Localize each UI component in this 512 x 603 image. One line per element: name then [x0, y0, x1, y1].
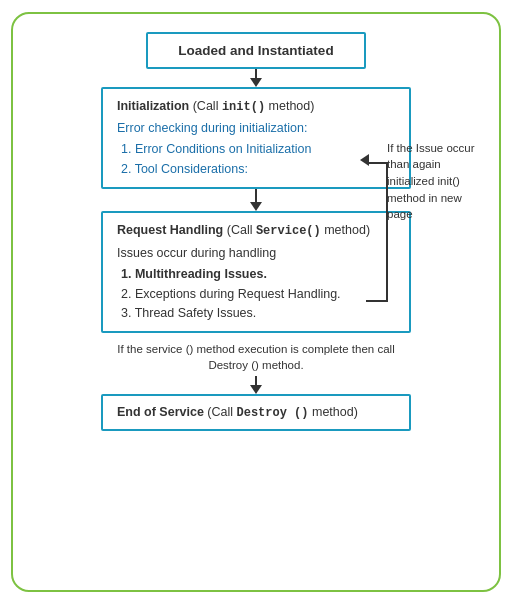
init-title: Initialization: [117, 99, 189, 113]
request-method-suffix: method): [321, 223, 370, 237]
end-box: End of Service (Call Destroy () method): [101, 394, 411, 431]
side-note: If the Issue occur than again initialize…: [387, 140, 477, 223]
end-method: Destroy (): [237, 406, 309, 420]
side-note-text: If the Issue occur than again initialize…: [387, 142, 475, 221]
request-title-suffix: (Call: [223, 223, 256, 237]
request-item-1: 1. Multithreading Issues.: [121, 265, 395, 284]
bottom-note: If the service () method execution is co…: [116, 341, 396, 373]
outer-container: Loaded and Instantiated Initialization (…: [11, 12, 501, 592]
loaded-box: Loaded and Instantiated: [146, 32, 366, 69]
side-arrow-tip: [360, 154, 369, 166]
side-arrow-vertical: [386, 162, 388, 302]
request-method: Service(): [256, 224, 321, 238]
request-box: Request Handling (Call Service() method)…: [101, 211, 411, 333]
init-box: Initialization (Call init() method) Erro…: [101, 87, 411, 190]
end-method-suffix: method): [309, 405, 358, 419]
init-item-1: 1. Error Conditions on Initialization: [121, 140, 395, 159]
init-subtitle: Error checking during initialization:: [117, 119, 395, 138]
request-item-3: 3. Thread Safety Issues.: [121, 304, 395, 323]
request-title: Request Handling: [117, 223, 223, 237]
flow-area: Loaded and Instantiated Initialization (…: [29, 32, 483, 572]
arrow-3: [250, 376, 262, 394]
request-item-2: 2. Exceptions during Request Handling.: [121, 285, 395, 304]
loaded-label: Loaded and Instantiated: [178, 43, 333, 58]
bottom-note-wrapper: If the service () method execution is co…: [116, 341, 396, 373]
arrow-1: [250, 69, 262, 87]
side-arrow-bottom-h: [366, 300, 388, 302]
init-method: init(): [222, 100, 265, 114]
end-title: End of Service: [117, 405, 204, 419]
init-item-2: 2. Tool Considerations:: [121, 160, 395, 179]
init-method-suffix: method): [265, 99, 314, 113]
side-arrow-top-h: [366, 162, 388, 164]
arrow-2: [250, 189, 262, 211]
request-subtitle: Issues occur during handling: [117, 244, 395, 263]
end-title-suffix: (Call: [204, 405, 237, 419]
init-title-suffix: (Call: [189, 99, 222, 113]
